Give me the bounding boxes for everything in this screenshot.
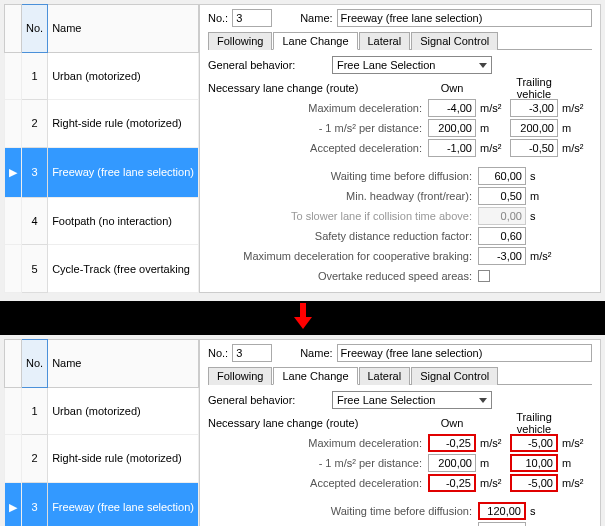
no-field[interactable] bbox=[232, 344, 272, 362]
list-row[interactable]: 5Cycle-Track (free overtaking bbox=[5, 245, 199, 293]
name-field[interactable] bbox=[337, 344, 592, 362]
slower-if-label: To slower lane if collision time above: bbox=[208, 210, 478, 222]
acc-decel-own[interactable] bbox=[428, 474, 476, 492]
tab-bar: Following Lane Change Lateral Signal Con… bbox=[208, 366, 592, 385]
panel-before: No. Name 1Urban (motorized) 2Right-side … bbox=[0, 0, 605, 301]
behavior-list[interactable]: No. Name 1Urban (motorized) 2Right-side … bbox=[4, 339, 199, 526]
acc-decel-label: Accepted deceleration: bbox=[208, 142, 428, 154]
per-dist-trail[interactable] bbox=[510, 454, 558, 472]
own-header: Own bbox=[428, 82, 476, 94]
wait-diff-label: Waiting time before diffusion: bbox=[208, 505, 478, 517]
per-dist-label: - 1 m/s² per distance: bbox=[208, 457, 428, 469]
trail-header: Trailing vehicle bbox=[510, 411, 558, 435]
general-behavior-label: General behavior: bbox=[208, 394, 328, 406]
coop-brake-label: Maximum deceleration for cooperative bra… bbox=[208, 250, 478, 262]
tab-lane-change[interactable]: Lane Change bbox=[273, 367, 357, 385]
tab-lateral[interactable]: Lateral bbox=[359, 367, 411, 385]
max-decel-trail[interactable] bbox=[510, 99, 558, 117]
min-hw-field[interactable] bbox=[478, 522, 526, 526]
svg-marker-1 bbox=[294, 317, 312, 329]
acc-decel-own[interactable] bbox=[428, 139, 476, 157]
wait-diff-field[interactable] bbox=[478, 502, 526, 520]
min-hw-field[interactable] bbox=[478, 187, 526, 205]
overtake-checkbox[interactable] bbox=[478, 270, 490, 282]
general-behavior-label: General behavior: bbox=[208, 59, 328, 71]
safety-label: Safety distance reduction factor: bbox=[208, 230, 478, 242]
coop-brake-field[interactable] bbox=[478, 247, 526, 265]
acc-decel-trail[interactable] bbox=[510, 139, 558, 157]
acc-decel-label: Accepted deceleration: bbox=[208, 477, 428, 489]
arrow-down-icon bbox=[291, 303, 315, 331]
list-row[interactable]: 2Right-side rule (motorized) bbox=[5, 435, 199, 483]
list-header-name[interactable]: Name bbox=[48, 340, 199, 388]
tab-lane-change[interactable]: Lane Change bbox=[273, 32, 357, 50]
max-decel-label: Maximum deceleration: bbox=[208, 437, 428, 449]
list-header-name[interactable]: Name bbox=[48, 5, 199, 53]
name-field[interactable] bbox=[337, 9, 592, 27]
general-behavior-combo[interactable]: Free Lane Selection bbox=[332, 391, 492, 409]
list-arrow-header bbox=[5, 340, 22, 388]
list-row-selected[interactable]: ▶3Freeway (free lane selection) bbox=[5, 147, 199, 197]
list-header-no[interactable]: No. bbox=[22, 340, 48, 388]
detail-pane: No.: Name: Following Lane Change Lateral… bbox=[199, 339, 601, 526]
tab-bar: Following Lane Change Lateral Signal Con… bbox=[208, 31, 592, 50]
list-row[interactable]: 1Urban (motorized) bbox=[5, 52, 199, 100]
tab-following[interactable]: Following bbox=[208, 367, 272, 385]
per-dist-label: - 1 m/s² per distance: bbox=[208, 122, 428, 134]
list-row-selected[interactable]: ▶3Freeway (free lane selection) bbox=[5, 482, 199, 526]
acc-decel-trail[interactable] bbox=[510, 474, 558, 492]
per-dist-trail[interactable] bbox=[510, 119, 558, 137]
tab-following[interactable]: Following bbox=[208, 32, 272, 50]
safety-field[interactable] bbox=[478, 227, 526, 245]
list-row[interactable]: 2Right-side rule (motorized) bbox=[5, 100, 199, 148]
max-decel-own[interactable] bbox=[428, 434, 476, 452]
slower-if-field bbox=[478, 207, 526, 225]
detail-pane: No.: Name: Following Lane Change Lateral… bbox=[199, 4, 601, 293]
list-header-no[interactable]: No. bbox=[22, 5, 48, 53]
list-row[interactable]: 1Urban (motorized) bbox=[5, 387, 199, 435]
wait-diff-field[interactable] bbox=[478, 167, 526, 185]
trail-header: Trailing vehicle bbox=[510, 76, 558, 100]
panel-after: No. Name 1Urban (motorized) 2Right-side … bbox=[0, 335, 605, 526]
per-dist-own[interactable] bbox=[428, 454, 476, 472]
tab-lateral[interactable]: Lateral bbox=[359, 32, 411, 50]
svg-rect-0 bbox=[300, 303, 306, 317]
own-header: Own bbox=[428, 417, 476, 429]
tab-signal-control[interactable]: Signal Control bbox=[411, 367, 498, 385]
list-row[interactable]: 4Footpath (no interaction) bbox=[5, 197, 199, 245]
necessary-group-title: Necessary lane change (route) bbox=[208, 82, 428, 94]
overtake-label: Overtake reduced speed areas: bbox=[208, 270, 478, 282]
per-dist-own[interactable] bbox=[428, 119, 476, 137]
transition-arrow bbox=[0, 301, 605, 335]
no-label: No.: bbox=[208, 12, 228, 24]
tab-signal-control[interactable]: Signal Control bbox=[411, 32, 498, 50]
max-decel-label: Maximum deceleration: bbox=[208, 102, 428, 114]
no-label: No.: bbox=[208, 347, 228, 359]
name-label: Name: bbox=[300, 347, 332, 359]
max-decel-own[interactable] bbox=[428, 99, 476, 117]
max-decel-trail[interactable] bbox=[510, 434, 558, 452]
min-hw-label: Min. headway (front/rear): bbox=[208, 190, 478, 202]
list-arrow-header bbox=[5, 5, 22, 53]
behavior-list[interactable]: No. Name 1Urban (motorized) 2Right-side … bbox=[4, 4, 199, 293]
no-field[interactable] bbox=[232, 9, 272, 27]
wait-diff-label: Waiting time before diffusion: bbox=[208, 170, 478, 182]
general-behavior-combo[interactable]: Free Lane Selection bbox=[332, 56, 492, 74]
name-label: Name: bbox=[300, 12, 332, 24]
necessary-group-title: Necessary lane change (route) bbox=[208, 417, 428, 429]
